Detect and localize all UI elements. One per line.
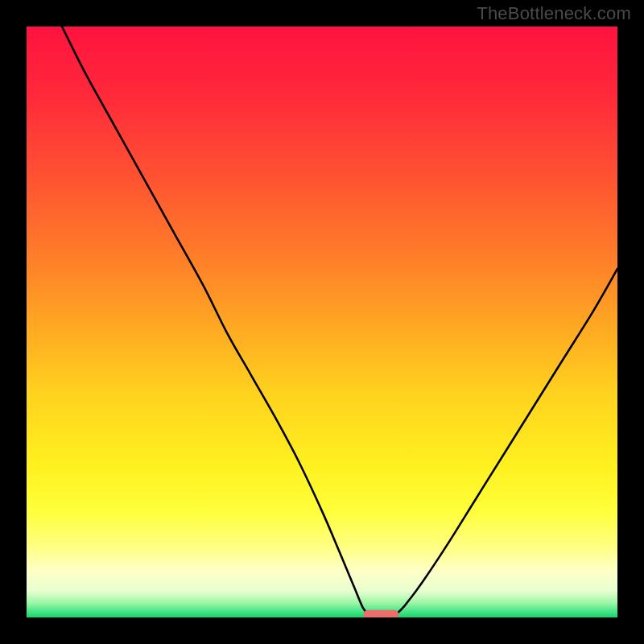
watermark-text: TheBottleneck.com	[477, 3, 631, 24]
chart-svg	[27, 27, 617, 617]
plot-area	[27, 27, 617, 617]
chart-background	[27, 27, 617, 617]
minimum-marker	[363, 610, 398, 617]
chart-container: TheBottleneck.com	[0, 0, 644, 644]
